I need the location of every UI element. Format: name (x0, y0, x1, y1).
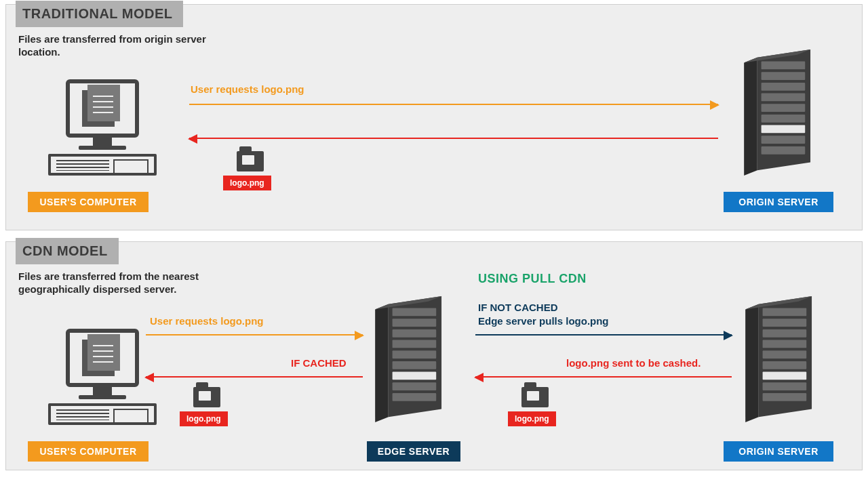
if-cached-label: IF CACHED (291, 357, 347, 369)
user-computer-icon (48, 329, 157, 425)
origin-server-label: ORIGIN SERVER (724, 192, 833, 212)
edge-server-label: EDGE SERVER (367, 441, 460, 462)
file-badge: logo.png (180, 411, 228, 426)
origin-server-icon (740, 49, 821, 176)
pull-cdn-title: USING PULL CDN (478, 272, 587, 286)
edge-pull-label: Edge server pulls logo.png (478, 315, 609, 327)
origin-response-arrow (475, 376, 732, 378)
edge-pull-arrow (475, 334, 732, 336)
origin-server-label: ORIGIN SERVER (724, 441, 833, 462)
file-badge: logo.png (223, 176, 271, 190)
user-computer-label: USER'S COMPUTER (28, 192, 149, 212)
traditional-model-panel: TRADITIONAL MODEL Files are transferred … (5, 4, 863, 230)
panel-title: TRADITIONAL MODEL (16, 1, 183, 27)
panel-description: Files are transferred from origin server… (18, 33, 249, 59)
origin-server-icon (741, 296, 823, 422)
file-folder-icon (521, 387, 549, 407)
user-request-label: User requests logo.png (150, 315, 264, 327)
file-folder-icon (193, 387, 220, 407)
panel-title: CDN MODEL (16, 238, 119, 264)
user-computer-label: USER'S COMPUTER (28, 441, 149, 462)
user-computer-icon (48, 79, 157, 176)
request-arrow-label: User requests logo.png (191, 83, 304, 95)
edge-server-icon (371, 296, 452, 422)
cached-response-arrow (146, 376, 363, 378)
cdn-model-panel: CDN MODEL Files are transferred from the… (5, 241, 863, 470)
user-request-arrow (146, 334, 363, 336)
file-folder-icon (237, 151, 264, 171)
file-badge: logo.png (508, 411, 556, 426)
sent-to-cache-label: logo.png sent to be cashed. (566, 357, 701, 369)
response-arrow (189, 138, 718, 139)
request-arrow (189, 104, 718, 105)
if-not-cached-label: IF NOT CACHED (478, 302, 558, 313)
panel-description: Files are transferred from the nearest g… (18, 270, 262, 296)
